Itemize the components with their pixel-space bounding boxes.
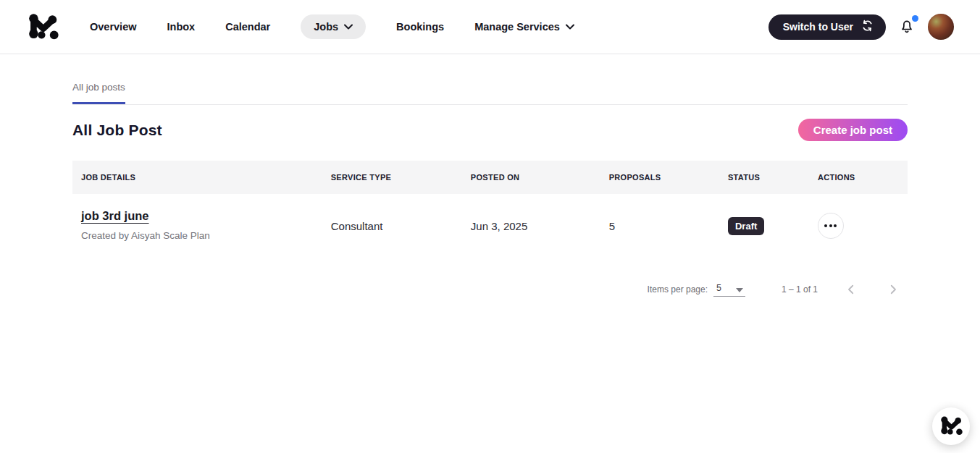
user-avatar[interactable] <box>928 14 954 40</box>
col-status: STATUS <box>719 173 809 182</box>
table-row: job 3rd june Created by Aisyah Scale Pla… <box>72 194 908 258</box>
status-cell: Draft <box>719 217 809 235</box>
service-type-cell: Consultant <box>322 220 462 232</box>
nav-bookings[interactable]: Bookings <box>396 21 444 33</box>
items-per-page-value: 5 <box>716 283 721 293</box>
tabs-bar: All job posts <box>72 82 908 105</box>
create-job-post-button[interactable]: Create job post <box>798 119 908 141</box>
col-posted-on: POSTED ON <box>462 173 600 182</box>
page-head: All Job Post Create job post <box>72 119 908 141</box>
nav-jobs[interactable]: Jobs <box>301 14 366 39</box>
proposals-cell: 5 <box>600 220 719 232</box>
nav-overview[interactable]: Overview <box>90 21 137 33</box>
items-per-page-label: Items per page: <box>648 284 708 295</box>
sync-icon <box>860 19 874 35</box>
nav-manage-services[interactable]: Manage Services <box>474 21 574 33</box>
jobs-table: JOB DETAILS SERVICE TYPE POSTED ON PROPO… <box>72 161 908 258</box>
job-title-link[interactable]: job 3rd june <box>81 209 149 223</box>
table-header-row: JOB DETAILS SERVICE TYPE POSTED ON PROPO… <box>72 161 908 194</box>
m-logo-icon <box>939 413 963 439</box>
m-logo-icon <box>27 9 59 44</box>
page-title: All Job Post <box>72 122 162 139</box>
caret-down-icon <box>736 288 743 292</box>
chevron-down-icon <box>566 24 574 30</box>
nav-manage-services-label: Manage Services <box>474 21 560 33</box>
chat-widget-button[interactable] <box>932 407 970 445</box>
row-actions-button[interactable] <box>818 213 844 239</box>
col-proposals: PROPOSALS <box>600 173 719 182</box>
pagination: Items per page: 5 1 – 1 of 1 <box>72 281 908 298</box>
switch-to-user-label: Switch to User <box>783 21 853 33</box>
brand-logo[interactable] <box>26 10 59 43</box>
main-nav: Overview Inbox Calendar Jobs Bookings Ma… <box>90 14 574 39</box>
nav-inbox[interactable]: Inbox <box>167 21 196 33</box>
chevron-left-icon <box>845 283 858 296</box>
posted-on-cell: Jun 3, 2025 <box>462 220 600 232</box>
nav-calendar[interactable]: Calendar <box>225 21 270 33</box>
job-created-by: Created by Aisyah Scale Plan <box>81 230 322 241</box>
col-service-type: SERVICE TYPE <box>322 173 462 182</box>
tab-all-job-posts[interactable]: All job posts <box>72 82 125 104</box>
items-per-page-select[interactable]: 5 <box>713 283 745 297</box>
previous-page-button[interactable] <box>842 281 860 298</box>
col-actions: ACTIONS <box>809 173 908 182</box>
ellipsis-icon <box>824 224 837 227</box>
notifications-button[interactable] <box>897 17 916 36</box>
notification-dot <box>912 15 918 22</box>
chevron-down-icon <box>344 24 353 30</box>
nav-jobs-label: Jobs <box>314 21 338 33</box>
chevron-right-icon <box>887 283 900 296</box>
actions-cell <box>809 213 908 239</box>
page-range-label: 1 – 1 of 1 <box>782 284 818 295</box>
main-content: All job posts All Job Post Create job po… <box>72 82 908 298</box>
job-details-cell: job 3rd june Created by Aisyah Scale Pla… <box>72 194 322 241</box>
next-page-button[interactable] <box>884 281 902 298</box>
status-badge: Draft <box>728 217 764 235</box>
topbar-right: Switch to User <box>768 14 954 40</box>
top-navbar: Overview Inbox Calendar Jobs Bookings Ma… <box>0 0 980 54</box>
col-job-details: JOB DETAILS <box>72 173 322 182</box>
switch-to-user-button[interactable]: Switch to User <box>768 14 886 40</box>
